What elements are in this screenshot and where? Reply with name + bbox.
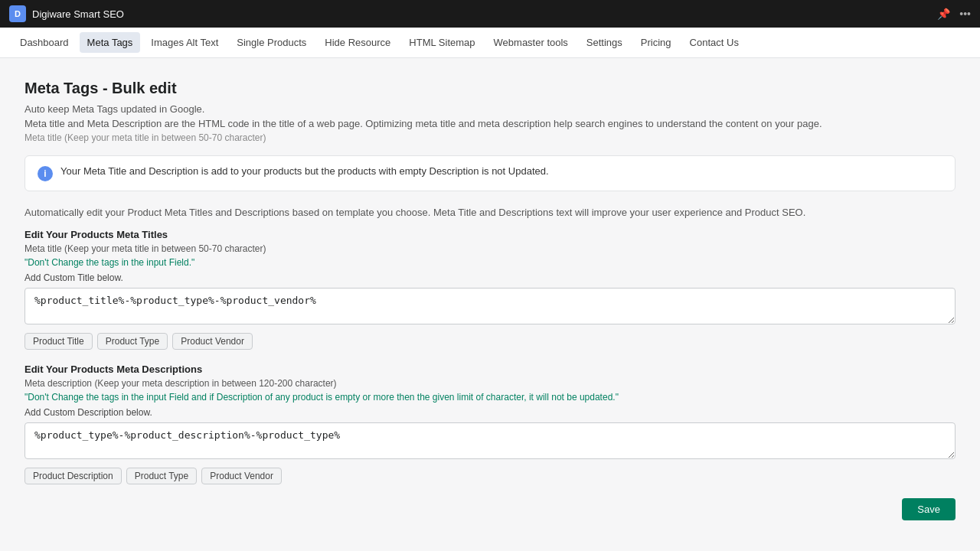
more-icon[interactable]: •••	[959, 8, 971, 20]
desc-section-desc: Meta description (Keep your meta descrip…	[24, 378, 956, 389]
nav-single-products[interactable]: Single Products	[229, 32, 314, 53]
nav-dashboard[interactable]: Dashboard	[12, 32, 77, 53]
tag-product-type[interactable]: Product Type	[97, 333, 168, 350]
nav-webmaster-tools[interactable]: Webmaster tools	[486, 32, 576, 53]
title-section-warning: "Don't Change the tags in the input Fiel…	[24, 257, 956, 268]
tag-product-description[interactable]: Product Description	[24, 468, 122, 484]
page-subtitle: Auto keep Meta Tags updated in Google.	[24, 103, 956, 115]
tag-product-type2[interactable]: Product Type	[126, 468, 198, 484]
nav-images-alt-text[interactable]: Images Alt Text	[143, 32, 226, 53]
app-icon: D	[9, 5, 26, 22]
save-row: Save	[24, 498, 956, 520]
title-tag-row: Product Title Product Type Product Vendo…	[24, 333, 956, 350]
save-button[interactable]: Save	[902, 498, 956, 520]
meta-hint: Meta title (Keep your meta title in betw…	[24, 132, 956, 143]
nav-contact-us[interactable]: Contact Us	[682, 32, 746, 53]
desc-section-warning: "Don't Change the tags in the input Fiel…	[24, 392, 956, 403]
navbar: Dashboard Meta Tags Images Alt Text Sing…	[0, 28, 980, 58]
auto-edit-text: Automatically edit your Product Meta Tit…	[24, 207, 956, 218]
nav-meta-tags[interactable]: Meta Tags	[80, 32, 141, 53]
app-name: Digiware Smart SEO	[32, 8, 124, 20]
info-banner-text: Your Meta Title and Description is add t…	[60, 165, 549, 177]
title-section-desc: Meta title (Keep your meta title in betw…	[24, 243, 956, 254]
info-icon: i	[38, 166, 53, 181]
main-content: Meta Tags - Bulk edit Auto keep Meta Tag…	[0, 58, 980, 542]
tag-product-vendor[interactable]: Product Vendor	[172, 333, 253, 350]
tag-product-vendor2[interactable]: Product Vendor	[201, 468, 282, 484]
pin-icon[interactable]: 📌	[937, 8, 950, 20]
desc-tag-row: Product Description Product Type Product…	[24, 468, 956, 484]
topbar-left: D Digiware Smart SEO	[9, 5, 124, 22]
desc-add-label: Add Custom Description below.	[24, 407, 956, 418]
tag-product-title[interactable]: Product Title	[24, 333, 93, 350]
title-add-label: Add Custom Title below.	[24, 272, 956, 283]
title-section-heading: Edit Your Products Meta Titles	[24, 229, 956, 240]
page-title: Meta Tags - Bulk edit	[24, 80, 956, 97]
info-banner: i Your Meta Title and Description is add…	[24, 155, 956, 191]
desc-input[interactable]	[24, 422, 956, 459]
nav-settings[interactable]: Settings	[579, 32, 630, 53]
topbar-right: 📌 •••	[937, 8, 971, 20]
nav-hide-resource[interactable]: Hide Resource	[317, 32, 398, 53]
nav-pricing[interactable]: Pricing	[633, 32, 679, 53]
title-section: Edit Your Products Meta Titles Meta titl…	[24, 229, 956, 350]
nav-html-sitemap[interactable]: HTML Sitemap	[401, 32, 482, 53]
page-description: Meta title and Meta Description are the …	[24, 118, 956, 129]
desc-section-heading: Edit Your Products Meta Descriptions	[24, 364, 956, 375]
desc-section: Edit Your Products Meta Descriptions Met…	[24, 364, 956, 484]
topbar: D Digiware Smart SEO 📌 •••	[0, 0, 980, 28]
title-input[interactable]	[24, 288, 956, 324]
